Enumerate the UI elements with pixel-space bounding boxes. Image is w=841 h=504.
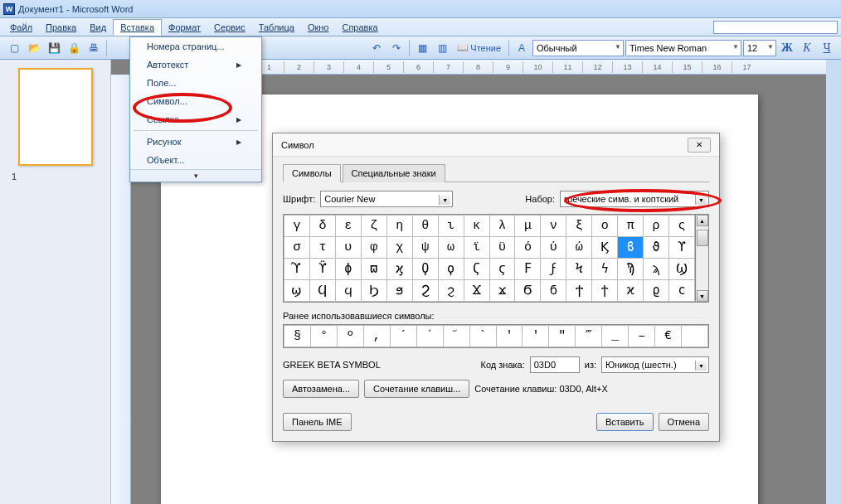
symbol-cell[interactable]: ϕ xyxy=(335,259,361,280)
symbol-cell[interactable]: υ xyxy=(335,237,361,259)
symbol-cell[interactable]: Ϫ xyxy=(464,280,489,302)
symbol-cell[interactable]: ϐ xyxy=(618,237,644,259)
bold-button[interactable]: Ж xyxy=(778,39,796,57)
recent-symbol-cell[interactable]: ′ xyxy=(523,326,549,347)
undo-icon[interactable]: ↶ xyxy=(367,39,386,57)
recent-symbol-cell[interactable]: § xyxy=(284,326,311,347)
symbol-cell[interactable]: η xyxy=(386,216,412,237)
subset-combo[interactable]: греческие симв. и коптский▼ xyxy=(560,191,709,207)
symbol-cell[interactable]: ρ xyxy=(644,216,669,237)
menu-item-autotext[interactable]: Автотекст▶ xyxy=(130,56,261,74)
symbol-cell[interactable]: ϡ xyxy=(644,259,669,280)
menu-item-object[interactable]: Объект... xyxy=(130,151,261,169)
recent-symbol-cell[interactable]: ‴ xyxy=(576,326,602,347)
italic-button[interactable]: К xyxy=(798,39,816,57)
symbol-cell[interactable]: ε xyxy=(335,216,361,237)
permission-icon[interactable]: 🔒 xyxy=(65,39,83,57)
symbol-cell[interactable]: ϓ xyxy=(284,259,310,280)
recent-symbol-cell[interactable]: ΄ xyxy=(416,326,443,347)
redo-icon[interactable]: ↷ xyxy=(387,39,406,57)
symbol-cell[interactable]: ι xyxy=(438,216,464,237)
recent-symbol-cell[interactable]: _ xyxy=(602,326,629,347)
symbol-cell[interactable]: ϯ xyxy=(592,280,618,302)
menu-table[interactable]: Таблица xyxy=(252,20,301,35)
symbol-cell[interactable]: Ϗ xyxy=(592,237,618,259)
scroll-thumb[interactable] xyxy=(697,230,708,246)
menu-item-picture[interactable]: Рисунок▶ xyxy=(130,133,261,151)
menu-item-field[interactable]: Поле... xyxy=(130,74,261,92)
symbol-cell[interactable]: Ϡ xyxy=(618,259,644,280)
symbol-cell[interactable]: λ xyxy=(489,216,515,237)
recent-symbols-grid[interactable]: §°º,´΄˝`'′″‴_–€ xyxy=(283,324,709,348)
symbol-cell[interactable]: ϭ xyxy=(541,280,566,302)
symbol-cell[interactable]: ϰ xyxy=(618,280,644,302)
symbol-cell[interactable]: ς xyxy=(669,216,695,237)
menu-file[interactable]: Файл xyxy=(3,20,39,35)
autocorrect-button[interactable]: Автозамена... xyxy=(283,380,359,398)
new-doc-icon[interactable]: ▢ xyxy=(5,39,23,57)
symbol-cell[interactable]: ϗ xyxy=(386,259,412,280)
symbol-grid-scrollbar[interactable]: ▲ ▼ xyxy=(696,214,709,303)
tab-symbols[interactable]: Символы xyxy=(283,164,341,182)
cancel-button[interactable]: Отмена xyxy=(659,413,709,431)
symbol-cell[interactable]: μ xyxy=(515,216,541,237)
symbol-cell[interactable]: Ϝ xyxy=(515,259,541,280)
tables-borders-icon[interactable]: ▦ xyxy=(413,39,431,57)
symbol-cell[interactable]: ϛ xyxy=(489,259,515,280)
recent-symbol-cell[interactable]: ` xyxy=(469,326,496,347)
print-icon[interactable]: 🖶 xyxy=(85,39,103,57)
symbol-cell[interactable]: θ xyxy=(412,216,438,237)
recent-symbol-cell[interactable]: ' xyxy=(496,326,523,347)
symbol-cell[interactable]: ϔ xyxy=(309,259,335,280)
symbol-cell[interactable]: ϫ xyxy=(489,280,515,302)
symbol-cell[interactable]: ϣ xyxy=(284,280,310,302)
symbol-cell[interactable]: ϒ xyxy=(669,237,695,259)
recent-symbol-cell[interactable]: ″ xyxy=(549,326,576,347)
menu-expand-icon[interactable]: ▾ xyxy=(130,169,261,182)
recent-symbol-cell[interactable]: , xyxy=(363,326,390,347)
symbol-cell[interactable]: χ xyxy=(386,237,412,259)
type-question-box[interactable] xyxy=(713,21,838,34)
symbol-cell[interactable]: Ϧ xyxy=(361,280,386,302)
dialog-titlebar[interactable]: Символ ✕ xyxy=(273,133,719,157)
symbol-grid[interactable]: γδεζηθικλμνξοπρςστυφχψωϊϋόύώϏϐϑϒϓϔϕϖϗϘϙϚ… xyxy=(283,214,696,303)
page-thumbnail[interactable] xyxy=(18,68,93,166)
recent-symbol-cell[interactable]: º xyxy=(337,326,363,347)
symbol-cell[interactable]: ϧ xyxy=(386,280,412,302)
recent-symbol-cell[interactable]: ˝ xyxy=(443,326,469,347)
symbol-cell[interactable]: ξ xyxy=(566,216,592,237)
symbol-cell[interactable]: ύ xyxy=(541,237,566,259)
recent-symbol-cell[interactable]: – xyxy=(629,326,655,347)
symbol-cell[interactable]: ω xyxy=(438,237,464,259)
char-code-input[interactable]: 03D0 xyxy=(530,356,580,373)
symbol-cell[interactable]: Ϣ xyxy=(669,259,695,280)
menu-tools[interactable]: Сервис xyxy=(207,20,252,35)
reading-btn[interactable]: 📖Чтение xyxy=(453,39,505,57)
symbol-cell[interactable]: ϟ xyxy=(592,259,618,280)
symbol-cell[interactable]: Ϟ xyxy=(566,259,592,280)
menu-item-symbol[interactable]: Символ... xyxy=(130,92,261,110)
symbol-cell[interactable]: ϝ xyxy=(541,259,566,280)
symbol-cell[interactable]: ν xyxy=(541,216,566,237)
symbol-cell[interactable]: ϥ xyxy=(335,280,361,302)
ime-panel-button[interactable]: Панель IME xyxy=(283,413,352,431)
font-combo[interactable]: Times New Roman▼ xyxy=(625,40,741,56)
vertical-ruler[interactable] xyxy=(111,75,131,504)
symbol-cell[interactable]: γ xyxy=(284,216,310,237)
symbol-cell[interactable]: Ϭ xyxy=(515,280,541,302)
menu-help[interactable]: Справка xyxy=(335,20,384,35)
symbol-cell[interactable]: ϲ xyxy=(669,280,695,302)
menu-item-reference[interactable]: Ссылка▶ xyxy=(130,110,261,128)
symbol-cell[interactable]: ϩ xyxy=(438,280,464,302)
symbol-cell[interactable]: τ xyxy=(309,237,335,259)
symbol-cell[interactable]: ϖ xyxy=(361,259,386,280)
symbol-cell[interactable]: ϑ xyxy=(644,237,669,259)
open-icon[interactable]: 📂 xyxy=(25,39,43,57)
font-size-combo[interactable]: 12▼ xyxy=(743,40,776,56)
menu-edit[interactable]: Правка xyxy=(39,20,83,35)
symbol-cell[interactable]: ψ xyxy=(412,237,438,259)
from-combo[interactable]: Юникод (шестн.)▼ xyxy=(601,356,709,373)
symbol-cell[interactable]: φ xyxy=(361,237,386,259)
symbol-cell[interactable]: ζ xyxy=(361,216,386,237)
menu-insert[interactable]: Вставка xyxy=(113,19,162,36)
